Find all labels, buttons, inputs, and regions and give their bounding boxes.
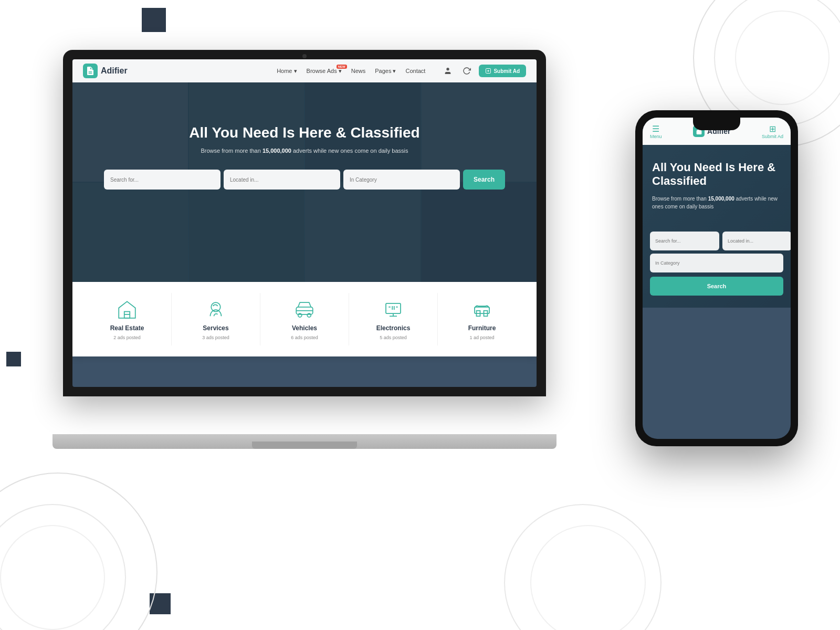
phone-category-input[interactable] [650,254,783,272]
bg-circle-6 [0,525,105,630]
category-services-count: 3 ads posted [202,335,229,340]
nav-icons: Submit Ad [441,64,526,78]
svg-point-0 [447,68,449,70]
search-bar: Search [72,170,537,190]
category-furniture-name: Furniture [468,324,496,332]
furniture-icon [470,298,494,321]
phone-nav-left: ☰ Menu [650,124,662,139]
nav-user-icon[interactable] [441,64,455,78]
category-vehicles-count: 6 ads posted [291,335,318,340]
logo-icon [83,64,98,78]
category-real-estate-count: 2 ads posted [113,335,141,340]
phone-hero-title: All You Need Is Here & Classified [652,161,781,188]
category-furniture[interactable]: Furniture 1 ad posted [438,293,526,345]
phone-hero-subtitle: Browse from more than 15,000,000 adverts… [652,195,781,211]
phone-menu-icon[interactable]: ☰ [652,124,659,134]
category-input[interactable] [343,170,460,190]
phone-search-button[interactable]: Search [650,277,783,296]
search-button[interactable]: Search [463,170,505,190]
category-electronics[interactable]: Electronics 5 ads posted [349,293,438,345]
submit-ad-button[interactable]: Submit Ad [479,65,526,77]
logo-text: Adifier [101,66,128,76]
category-furniture-count: 1 ad posted [469,335,494,340]
laptop-body: Adifier Home ▾ Browse Ads ▾ NEW News Pag… [63,50,546,396]
laptop-screen: Adifier Home ▾ Browse Ads ▾ NEW News Pag… [72,59,537,387]
categories-section: Real Estate 2 ads posted Services 3 ads … [72,282,537,356]
vehicles-icon [293,298,316,321]
located-in-input[interactable] [224,170,340,190]
phone-screen: ☰ Menu Adifier ⊞ Submit Ad [643,118,791,439]
submit-ad-label: Submit Ad [494,68,520,74]
hero-content: All You Need Is Here & Classified Browse… [72,82,537,190]
svg-rect-10 [386,303,401,313]
nav-refresh-icon[interactable] [460,64,474,78]
nav-links: Home ▾ Browse Ads ▾ NEW News Pages ▾ Con… [277,68,425,75]
laptop-wrapper: Adifier Home ▾ Browse Ads ▾ NEW News Pag… [63,50,546,449]
phone-hero: All You Need Is Here & Classified Browse… [643,145,791,308]
hero-subtitle: Browse from more than 15,000,000 adverts… [72,148,537,154]
nav-badge-new: NEW [337,65,347,69]
real-estate-icon [116,298,139,321]
phone-menu-label: Menu [650,134,662,139]
phone-body: ☰ Menu Adifier ⊞ Submit Ad [635,110,798,446]
bg-square-3 [6,352,21,366]
nav-link-contact[interactable]: Contact [405,68,425,74]
website-nav: Adifier Home ▾ Browse Ads ▾ NEW News Pag… [72,59,537,82]
phone-submit-icon[interactable]: ⊞ [769,124,776,134]
category-real-estate-name: Real Estate [110,324,144,332]
bg-circle-3 [735,10,830,105]
phone-search-row-1 [650,232,783,250]
nav-link-pages[interactable]: Pages ▾ [375,68,396,75]
category-services[interactable]: Services 3 ads posted [172,293,260,345]
site-logo: Adifier [83,64,128,78]
category-services-name: Services [203,324,228,332]
phone-located-in-input[interactable] [722,232,791,250]
phone-search: Search [643,232,791,303]
phone-nav-right: ⊞ Submit Ad [762,124,783,139]
electronics-icon [382,298,405,321]
phone-wrapper: ☰ Menu Adifier ⊞ Submit Ad [635,110,798,446]
category-vehicles[interactable]: Vehicles 6 ads posted [260,293,349,345]
nav-link-browse[interactable]: Browse Ads ▾ NEW [307,68,342,75]
category-electronics-name: Electronics [376,324,411,332]
bg-square-1 [142,8,166,32]
category-vehicles-name: Vehicles [292,324,317,332]
nav-link-news[interactable]: News [351,68,366,74]
phone-submit-label: Submit Ad [762,134,783,139]
category-electronics-count: 5 ads posted [380,335,407,340]
services-icon [204,298,227,321]
hero-title: All You Need Is Here & Classified [72,124,537,141]
phone-hero-content: All You Need Is Here & Classified Browse… [643,145,791,232]
phone-search-row-2 [650,254,783,272]
laptop-base [52,434,556,449]
nav-link-home[interactable]: Home ▾ [277,68,297,75]
hero-section: All You Need Is Here & Classified Browse… [72,82,537,282]
laptop-camera [302,54,307,58]
phone-search-for-input[interactable] [650,232,719,250]
category-real-estate[interactable]: Real Estate 2 ads posted [83,293,172,345]
search-for-input[interactable] [104,170,220,190]
phone-notch [693,118,740,130]
